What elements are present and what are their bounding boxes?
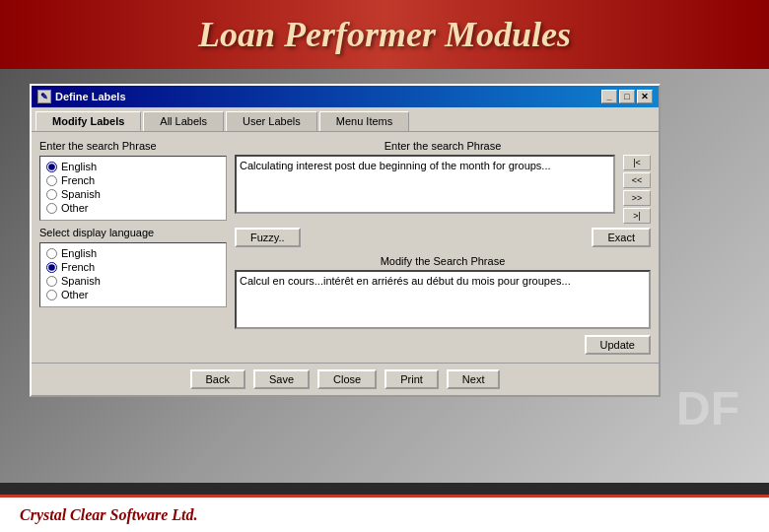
radio-spanish-search[interactable]: Spanish (46, 188, 220, 200)
display-language-label: Select display language (39, 227, 227, 238)
footer: Crystal Clear Software Ltd. (0, 495, 769, 532)
bottom-bar: Back Save Close Print Next (32, 363, 659, 395)
nav-last[interactable]: >| (623, 208, 651, 224)
divider (235, 247, 651, 255)
search-textarea-wrapper (235, 155, 615, 216)
radio-english-display[interactable]: English (46, 247, 220, 259)
header: Loan Performer Modules (0, 0, 769, 69)
search-language-group: English French Spanish Other (39, 156, 227, 221)
tab-user-labels[interactable]: User Labels (226, 111, 317, 131)
main-layout: Enter the search Phrase English French S… (39, 140, 651, 355)
update-button[interactable]: Update (585, 335, 651, 355)
tab-all-labels[interactable]: All Labels (143, 111, 224, 131)
modify-phrase-area (235, 270, 651, 331)
page-title: Loan Performer Modules (198, 14, 571, 55)
modify-search-label: Modify the Search Phrase (235, 255, 651, 267)
radio-other-search[interactable]: Other (46, 202, 220, 214)
radio-french-display[interactable]: French (46, 261, 220, 273)
search-phrase-label: Enter the search Phrase (39, 140, 227, 152)
right-panel: Enter the search Phrase |< << >> >| (235, 140, 651, 355)
back-button[interactable]: Back (190, 369, 245, 389)
close-button[interactable]: ✕ (637, 90, 653, 103)
search-phrase-textarea[interactable] (235, 155, 615, 214)
radio-spanish-display[interactable]: Spanish (46, 275, 220, 287)
fuzzy-exact-row: Fuzzy.. Exact (235, 228, 651, 247)
minimize-button[interactable]: _ (601, 90, 617, 103)
dialog-title: Define Labels (55, 91, 126, 102)
fuzzy-button[interactable]: Fuzzy.. (235, 228, 301, 247)
tab-menu-items[interactable]: Menu Items (319, 111, 409, 131)
tab-bar: Modify Labels All Labels User Labels Men… (32, 107, 659, 132)
display-language-group: English French Spanish Other (39, 242, 227, 307)
radio-french-search[interactable]: French (46, 174, 220, 186)
dialog-controls: _ □ ✕ (601, 90, 653, 103)
search-phrase-area: |< << >> >| (235, 155, 651, 224)
titlebar-left: ✎ Define Labels (37, 90, 126, 103)
dialog-content: Enter the search Phrase English French S… (32, 132, 659, 363)
left-panel: Enter the search Phrase English French S… (39, 140, 227, 355)
radio-english-search[interactable]: English (46, 161, 220, 172)
nav-buttons-top: |< << >> >| (623, 155, 651, 224)
footer-text: Crystal Clear Software Ltd. (20, 506, 197, 524)
save-button[interactable]: Save (253, 369, 310, 389)
tab-modify-labels[interactable]: Modify Labels (35, 111, 141, 131)
next-button[interactable]: Next (447, 369, 501, 389)
print-button[interactable]: Print (384, 369, 439, 389)
nav-next[interactable]: >> (623, 190, 651, 206)
dialog-app-icon: ✎ (37, 90, 51, 103)
nav-first[interactable]: |< (623, 155, 651, 170)
watermark: DF (676, 381, 739, 435)
nav-prev[interactable]: << (623, 172, 651, 188)
radio-other-display[interactable]: Other (46, 289, 220, 300)
dialog-define-labels: ✎ Define Labels _ □ ✕ Modify Labels All … (30, 84, 661, 397)
main-area: DF ✎ Define Labels _ □ ✕ Modify Labels A… (0, 69, 769, 483)
update-row: Update (235, 335, 651, 355)
dialog-titlebar: ✎ Define Labels _ □ ✕ (32, 86, 659, 107)
maximize-button[interactable]: □ (619, 90, 635, 103)
modify-phrase-textarea[interactable] (235, 270, 651, 329)
close-dialog-button[interactable]: Close (317, 369, 377, 389)
exact-button[interactable]: Exact (592, 228, 651, 247)
enter-search-label: Enter the search Phrase (235, 140, 651, 152)
modify-textarea-wrapper (235, 270, 651, 331)
